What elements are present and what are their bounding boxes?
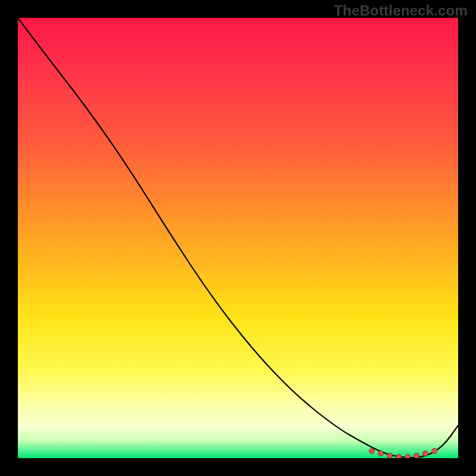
marker-dot <box>405 455 411 459</box>
bottleneck-curve <box>18 18 458 458</box>
watermark-text: TheBottleneck.com <box>334 2 468 19</box>
marker-dot <box>396 455 402 459</box>
marker-dot <box>369 449 375 454</box>
marker-dot <box>432 449 437 454</box>
marker-dot <box>378 451 384 456</box>
sweet-spot-markers <box>18 18 458 458</box>
plot-area <box>18 18 458 458</box>
marker-dot <box>387 453 393 459</box>
chart-frame: TheBottleneck.com <box>0 0 476 476</box>
marker-dot <box>414 453 419 459</box>
marker-dot <box>423 451 428 456</box>
